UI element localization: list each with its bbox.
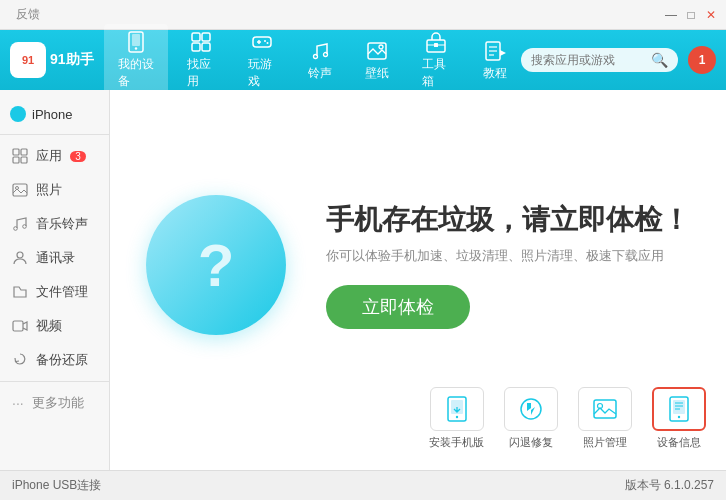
shortcut-install-mobile[interactable]: 安装手机版 [429, 387, 484, 450]
sidebar-divider-bottom [0, 381, 109, 382]
hero-title: 手机存在垃圾，请立即体检！ [326, 201, 690, 239]
svg-point-2 [135, 47, 137, 49]
svg-rect-1 [132, 34, 140, 46]
sidebar-item-photos[interactable]: 照片 [0, 173, 109, 207]
feedback-label: 反馈 [16, 6, 40, 23]
install-mobile-label: 安装手机版 [429, 435, 484, 450]
device-info-label: 设备信息 [657, 435, 701, 450]
svg-rect-38 [594, 400, 616, 418]
nav-item-ringtone[interactable]: 铃声 [294, 33, 346, 88]
svg-point-37 [521, 399, 541, 419]
search-icon[interactable]: 🔍 [651, 52, 668, 68]
device-status-dot [10, 106, 26, 122]
svg-rect-4 [202, 33, 210, 41]
content-area: ? 手机存在垃圾，请立即体检！ 你可以体验手机加速、垃圾清理、照片清理、极速下载… [110, 90, 726, 470]
svg-rect-7 [253, 37, 271, 47]
svg-rect-24 [13, 149, 19, 155]
svg-point-30 [14, 227, 18, 231]
svg-point-11 [266, 42, 268, 44]
find-app-icon [189, 30, 213, 54]
nav-label-wallpaper: 壁纸 [365, 65, 389, 82]
svg-rect-3 [192, 33, 200, 41]
shortcut-photo-manage[interactable]: 照片管理 [578, 387, 632, 450]
wallpaper-icon [365, 39, 389, 63]
toolbox-icon [424, 30, 448, 54]
svg-rect-26 [13, 157, 19, 163]
sidebar-item-music[interactable]: 音乐铃声 [0, 207, 109, 241]
search-input[interactable] [531, 53, 651, 67]
nav-label-play-game: 玩游戏 [248, 56, 276, 90]
check-now-button[interactable]: 立即体检 [326, 285, 470, 329]
hero-area: ? 手机存在垃圾，请立即体检！ 你可以体验手机加速、垃圾清理、照片清理、极速下载… [146, 195, 690, 335]
svg-rect-28 [13, 184, 27, 196]
nav-item-play-game[interactable]: 玩游戏 [234, 24, 290, 96]
status-bar: iPhone USB连接 版本号 6.1.0.257 [0, 470, 726, 500]
svg-rect-33 [13, 321, 23, 331]
svg-point-15 [379, 45, 383, 49]
more-icon: ··· [12, 395, 24, 411]
sidebar-item-files[interactable]: 文件管理 [0, 275, 109, 309]
sidebar-label-photos: 照片 [36, 181, 62, 199]
connection-status: iPhone USB连接 [12, 477, 101, 494]
flash-repair-label: 闪退修复 [509, 435, 553, 450]
sidebar-device-item[interactable]: iPhone [0, 98, 109, 130]
nav-label-ringtone: 铃声 [308, 65, 332, 82]
photo-manage-icon [578, 387, 632, 431]
search-area[interactable]: 🔍 [521, 48, 678, 72]
maximize-button[interactable]: □ [684, 8, 698, 22]
logo-text: 91助手 [50, 51, 94, 69]
close-button[interactable]: ✕ [704, 8, 718, 22]
svg-rect-18 [434, 43, 438, 47]
shortcut-device-info[interactable]: 设备信息 [652, 387, 706, 450]
svg-rect-5 [192, 43, 200, 51]
sidebar-label-backup: 备份还原 [36, 351, 88, 369]
sidebar-device-name: iPhone [32, 107, 72, 122]
minimize-button[interactable]: — [664, 8, 678, 22]
hero-text: 手机存在垃圾，请立即体检！ 你可以体验手机加速、垃圾清理、照片清理、极速下载应用… [326, 201, 690, 329]
nav-item-tutorial[interactable]: 教程 [469, 33, 521, 88]
sidebar-item-video[interactable]: 视频 [0, 309, 109, 343]
sidebar-label-files: 文件管理 [36, 283, 88, 301]
sidebar-label-contacts: 通讯录 [36, 249, 75, 267]
more-label: 更多功能 [32, 394, 84, 412]
svg-point-36 [455, 416, 457, 418]
music-icon [12, 216, 28, 232]
svg-marker-23 [500, 50, 506, 56]
sidebar-more-features[interactable]: ··· 更多功能 [0, 386, 109, 420]
sidebar-item-apps[interactable]: 应用 3 [0, 139, 109, 173]
arc-decoration [261, 190, 291, 220]
user-avatar[interactable]: 1 [688, 46, 716, 74]
apps-badge: 3 [70, 151, 86, 162]
my-device-icon [124, 30, 148, 54]
nav-label-find-app: 找应用 [187, 56, 215, 90]
play-game-icon [250, 30, 274, 54]
nav-item-toolbox[interactable]: 工具箱 [408, 24, 464, 96]
svg-point-31 [23, 225, 27, 229]
hero-subtitle: 你可以体验手机加速、垃圾清理、照片清理、极速下载应用 [326, 247, 664, 265]
sidebar: iPhone 应用 3 照片 [0, 90, 110, 470]
sidebar-item-backup[interactable]: 备份还原 [0, 343, 109, 377]
nav-item-my-device[interactable]: 我的设备 [104, 24, 169, 96]
top-nav: 91 91助手 我的设备 [0, 30, 726, 90]
sidebar-item-contacts[interactable]: 通讯录 [0, 241, 109, 275]
sidebar-label-music: 音乐铃声 [36, 215, 88, 233]
sidebar-divider-top [0, 134, 109, 135]
sidebar-label-video: 视频 [36, 317, 62, 335]
backup-icon [12, 352, 28, 368]
svg-point-12 [314, 54, 318, 58]
question-mark: ? [198, 231, 235, 300]
apps-icon [12, 148, 28, 164]
photos-icon [12, 182, 28, 198]
shortcut-flash-repair[interactable]: 闪退修复 [504, 387, 558, 450]
photo-manage-label: 照片管理 [583, 435, 627, 450]
svg-point-32 [17, 252, 23, 258]
nav-items: 我的设备 找应用 [104, 24, 521, 96]
nav-label-tutorial: 教程 [483, 65, 507, 82]
svg-point-42 [678, 416, 680, 418]
ringtone-icon [308, 39, 332, 63]
shortcut-row: 安装手机版 闪退修复 [110, 387, 726, 450]
nav-item-wallpaper[interactable]: 壁纸 [351, 33, 403, 88]
svg-rect-27 [21, 157, 27, 163]
nav-label-toolbox: 工具箱 [422, 56, 450, 90]
nav-item-find-app[interactable]: 找应用 [173, 24, 229, 96]
